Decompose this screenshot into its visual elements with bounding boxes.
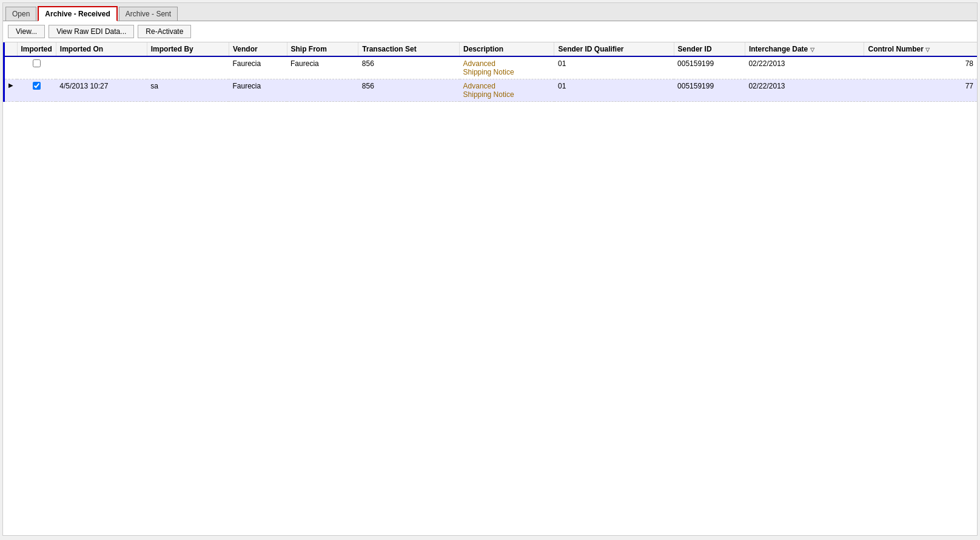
imported-checkbox-cell[interactable] [17, 56, 56, 79]
description-cell: Advanced Shipping Notice [460, 56, 554, 79]
col-vendor[interactable]: Vendor [229, 42, 287, 56]
interchange-date-cell: 02/22/2013 [745, 56, 864, 79]
sender-id-qualifier-cell: 01 [554, 56, 674, 79]
imported-checkbox-cell[interactable] [17, 79, 56, 102]
sender-id-qualifier-cell: 01 [554, 79, 674, 102]
vendor-cell: Faurecia [229, 56, 287, 79]
col-sender-id-qualifier[interactable]: Sender ID Qualifier [554, 42, 674, 56]
table-area: Imported Imported On Imported By Vendor … [3, 42, 977, 102]
table-header-row: Imported Imported On Imported By Vendor … [5, 42, 977, 56]
col-sender-id[interactable]: Sender ID [674, 42, 745, 56]
imported-checkbox[interactable] [33, 59, 41, 67]
row-arrow-cell: ▶ [5, 79, 17, 102]
data-table: Imported Imported On Imported By Vendor … [5, 42, 977, 102]
table-row[interactable]: ▶4/5/2013 10:27saFaurecia856Advanced Shi… [5, 79, 977, 102]
col-imported-by[interactable]: Imported By [147, 42, 229, 56]
control-number-sort-icon: ▽ [925, 47, 930, 53]
col-interchange-date[interactable]: Interchange Date ▽ [745, 42, 864, 56]
interchange-date-sort-icon: ▽ [810, 47, 814, 53]
tab-archive-received[interactable]: Archive - Received [38, 6, 117, 21]
sender-id-cell: 005159199 [674, 56, 745, 79]
imported-by-cell: sa [147, 79, 229, 102]
col-imported-on[interactable]: Imported On [56, 42, 147, 56]
col-transaction-set[interactable]: Transaction Set [358, 42, 460, 56]
sender-id-cell: 005159199 [674, 79, 745, 102]
imported-on-cell: 4/5/2013 10:27 [56, 79, 147, 102]
interchange-date-cell: 02/22/2013 [745, 79, 864, 102]
vendor-cell: Faurecia [229, 79, 287, 102]
ship-from-cell: Faurecia [287, 56, 358, 79]
col-description[interactable]: Description [460, 42, 554, 56]
view-raw-edi-button[interactable]: View Raw EDI Data... [49, 25, 134, 38]
col-ship-from[interactable]: Ship From [287, 42, 358, 56]
table-body: FaureciaFaurecia856Advanced Shipping Not… [5, 56, 977, 102]
view-button[interactable]: View... [8, 25, 45, 38]
transaction-set-cell: 856 [358, 56, 460, 79]
imported-on-cell [56, 56, 147, 79]
imported-checkbox[interactable] [33, 82, 41, 90]
transaction-set-cell: 856 [358, 79, 460, 102]
col-control-number[interactable]: Control Number ▽ [864, 42, 977, 56]
reactivate-button[interactable]: Re-Activate [138, 25, 191, 38]
col-imported[interactable]: Imported [17, 42, 56, 56]
imported-by-cell [147, 56, 229, 79]
row-arrow-cell [5, 56, 17, 79]
col-arrow [5, 42, 17, 56]
table-row[interactable]: FaureciaFaurecia856Advanced Shipping Not… [5, 56, 977, 79]
control-number-cell: 78 [864, 56, 977, 79]
main-container: Open Archive - Received Archive - Sent V… [2, 2, 978, 536]
tab-archive-sent[interactable]: Archive - Sent [119, 7, 178, 21]
control-number-cell: 77 [864, 79, 977, 102]
toolbar: View... View Raw EDI Data... Re-Activate [3, 21, 977, 42]
tab-bar: Open Archive - Received Archive - Sent [3, 3, 977, 21]
description-cell: Advanced Shipping Notice [460, 79, 554, 102]
tab-open[interactable]: Open [5, 7, 36, 21]
ship-from-cell [287, 79, 358, 102]
